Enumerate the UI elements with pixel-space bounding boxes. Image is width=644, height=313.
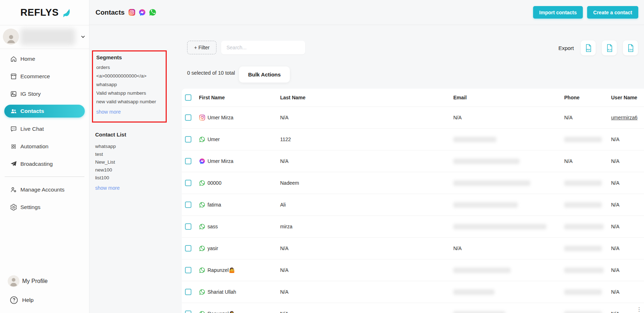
segment-item[interactable]: <a>000000000000</a>: [96, 72, 166, 80]
segments-list: orders<a>000000000000</a>whatsappValid w…: [96, 63, 166, 106]
whatsapp-icon: [199, 136, 205, 143]
search-input[interactable]: [221, 41, 305, 54]
first-name: Shariat Ullah: [208, 289, 236, 295]
first-name: Umer Mirza: [208, 158, 233, 164]
last-name-cell: N/A: [280, 158, 453, 164]
redacted-phone: [564, 311, 602, 313]
sidebar-item-help[interactable]: Help: [0, 294, 89, 306]
row-checkbox[interactable]: [185, 289, 191, 295]
messenger-icon[interactable]: [138, 9, 146, 16]
whatsapp-icon: [199, 310, 205, 313]
row-checkbox[interactable]: [185, 223, 191, 230]
row-menu-icon[interactable]: ⋮: [636, 307, 642, 312]
first-name-cell: yasir: [199, 245, 280, 252]
contact-list-item[interactable]: new100: [95, 166, 126, 174]
user-name-cell: N/A: [611, 245, 644, 251]
export-csv-button[interactable]: CSV: [623, 40, 638, 55]
create-contact-button[interactable]: Create a contact: [587, 6, 638, 19]
instagram-icon[interactable]: [128, 9, 136, 16]
user-name-cell: N/A: [611, 180, 644, 186]
row-checkbox-cell: [182, 136, 199, 143]
sidebar-item-home[interactable]: Home: [0, 50, 89, 68]
sidebar-item-manage-accounts[interactable]: Manage Accounts: [0, 181, 89, 198]
contact-list-item[interactable]: whatsapp: [95, 143, 126, 150]
redacted-email: [453, 180, 530, 186]
chevron-down-icon[interactable]: [80, 34, 86, 40]
sidebar-item-broadcasting[interactable]: Broadcasting: [0, 155, 89, 173]
table-row: yasirN/AN/AN/A: [182, 237, 644, 259]
segment-item[interactable]: Valid whatspp numbers: [96, 89, 166, 98]
first-name-cell: Rapunzel🤷: [199, 267, 280, 273]
row-checkbox[interactable]: [185, 267, 191, 273]
contact-list-item[interactable]: test: [95, 150, 126, 158]
sidebar-item-ecommerce[interactable]: Ecommerce: [0, 68, 89, 85]
first-name: sass: [208, 224, 218, 229]
row-checkbox[interactable]: [185, 158, 191, 164]
phone-cell: [564, 180, 611, 186]
row-checkbox[interactable]: [185, 310, 191, 313]
user-name: N/A: [611, 311, 619, 313]
file-csv-icon: CSV: [626, 44, 635, 53]
user-name: N/A: [611, 289, 619, 295]
contact-list-item[interactable]: New_List: [95, 158, 126, 166]
user-name-cell: N/A: [611, 158, 644, 164]
svg-text:XLS: XLS: [608, 49, 611, 51]
email-cell: [453, 159, 564, 164]
row-checkbox[interactable]: [185, 245, 191, 252]
column-header-last-name: Last Name: [280, 95, 453, 100]
segments-show-more-link[interactable]: show more: [96, 109, 166, 115]
export-pdf-button[interactable]: PDF: [581, 40, 596, 55]
automation-icon: [10, 143, 17, 150]
filter-button[interactable]: + Filter: [187, 41, 216, 54]
sidebar-item-label: IG Story: [20, 91, 41, 97]
row-checkbox[interactable]: [185, 180, 191, 186]
table-row: Shariat UllahN/AN/A: [182, 281, 644, 303]
export-xls-button[interactable]: XLS: [602, 40, 617, 55]
sidebar-item-contacts[interactable]: Contacts: [4, 105, 85, 118]
row-checkbox[interactable]: [185, 136, 191, 143]
row-checkbox[interactable]: [185, 202, 191, 208]
user-name[interactable]: umermirza6: [611, 115, 638, 120]
sidebar-item-live-chat[interactable]: Live Chat: [0, 120, 89, 138]
redacted-email: [453, 224, 546, 229]
row-checkbox-cell: [182, 310, 199, 313]
row-checkbox[interactable]: [185, 114, 191, 121]
whatsapp-icon: [199, 289, 205, 295]
whatsapp-icon[interactable]: [149, 9, 156, 16]
last-name-cell: N/A: [280, 115, 453, 120]
row-checkbox-cell: [182, 223, 199, 230]
page-title: Contacts: [96, 9, 125, 16]
sidebar-item-automation[interactable]: Automation: [0, 138, 89, 155]
contact-list: whatsapptestNew_Listnew100list100: [95, 143, 126, 182]
phone-cell: [564, 289, 611, 295]
sidebar-item-settings[interactable]: Settings: [0, 198, 89, 216]
redacted-email: [453, 289, 494, 295]
user-name: N/A: [611, 267, 619, 273]
profile-avatar: [7, 275, 20, 288]
table-row: Umer MirzaN/AN/AN/Aumermirza6: [182, 106, 644, 128]
import-contacts-button[interactable]: Import contacts: [533, 6, 583, 19]
contact-list-show-more-link[interactable]: show more: [95, 185, 126, 191]
first-name-cell: fatima: [199, 202, 280, 208]
row-checkbox-cell: [182, 180, 199, 186]
first-name: Rapunzel🤷: [208, 267, 235, 273]
last-name-cell: N/A: [280, 245, 453, 251]
segment-item[interactable]: new valid whatsapp number: [96, 98, 166, 106]
user-name: N/A: [611, 245, 619, 251]
whatsapp-icon: [199, 245, 205, 252]
select-all-checkbox[interactable]: [185, 94, 191, 101]
phone-cell: [564, 202, 611, 208]
sidebar-item-my-profile[interactable]: My Profile: [0, 273, 89, 290]
phone-cell: N/A: [564, 158, 611, 164]
user-name: N/A: [611, 180, 619, 186]
contact-list-item[interactable]: list100: [95, 174, 126, 182]
account-switcher[interactable]: [0, 25, 89, 49]
phone-cell: [564, 311, 611, 313]
bulk-actions-button[interactable]: Bulk Actions: [239, 66, 290, 83]
sidebar-item-ig-story[interactable]: IG Story: [0, 85, 89, 103]
last-name-cell: N/A: [280, 267, 453, 273]
row-checkbox-cell: [182, 158, 199, 164]
segment-item[interactable]: orders: [96, 63, 166, 72]
first-name-cell: Umer: [199, 136, 280, 143]
segment-item[interactable]: whatsapp: [96, 80, 166, 89]
